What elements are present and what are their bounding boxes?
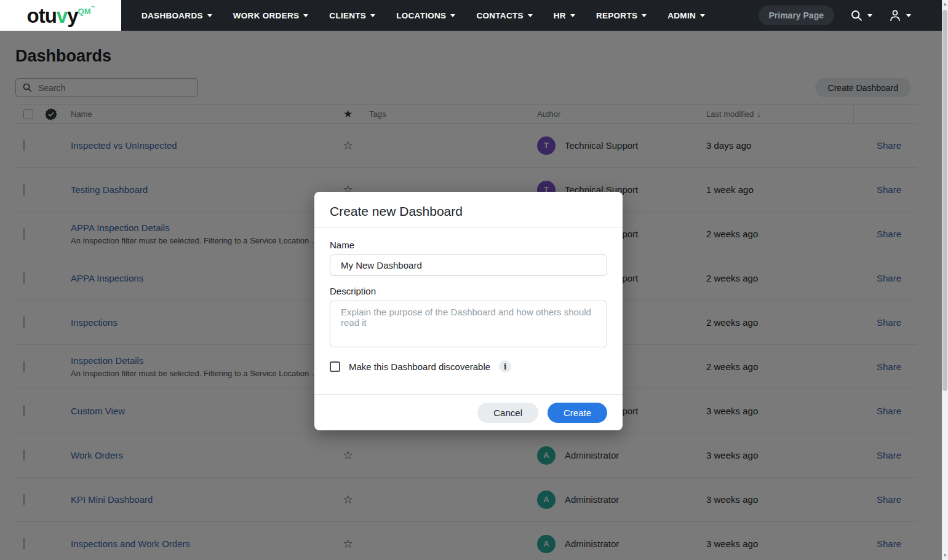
otuvy-logo[interactable]: otuvyQM™ bbox=[0, 0, 121, 31]
discoverable-label: Make this Dashboard discoverable bbox=[349, 361, 490, 372]
chevron-down-icon bbox=[867, 14, 872, 17]
chevron-down-icon bbox=[528, 14, 533, 17]
name-label: Name bbox=[330, 240, 607, 250]
cancel-button[interactable]: Cancel bbox=[477, 403, 538, 423]
scrollbar-up-arrow[interactable]: ▲ bbox=[942, 0, 948, 9]
vertical-scrollbar[interactable]: ▲ ▼ bbox=[942, 0, 948, 560]
chevron-down-icon bbox=[303, 14, 308, 17]
nav-item-clients[interactable]: CLIENTS bbox=[329, 11, 375, 20]
modal-header: Create new Dashboard bbox=[314, 192, 623, 227]
chevron-down-icon bbox=[642, 14, 647, 17]
user-icon bbox=[888, 9, 902, 22]
create-button[interactable]: Create bbox=[548, 403, 607, 423]
description-label: Description bbox=[330, 286, 607, 296]
nav-item-locations[interactable]: LOCATIONS bbox=[396, 11, 455, 20]
otuvy-logo-text: otuvyQM™ bbox=[27, 6, 95, 26]
modal-footer: Cancel Create bbox=[314, 394, 623, 430]
nav-item-hr[interactable]: HR bbox=[554, 11, 575, 20]
nav-item-dashboards[interactable]: DASHBOARDS bbox=[141, 11, 212, 20]
info-icon[interactable]: i bbox=[499, 360, 511, 373]
discoverable-checkbox[interactable] bbox=[330, 361, 340, 372]
nav-item-reports[interactable]: REPORTS bbox=[596, 11, 647, 20]
dashboard-name-input[interactable] bbox=[330, 254, 607, 276]
chevron-down-icon bbox=[370, 14, 375, 17]
chevron-down-icon bbox=[570, 14, 575, 17]
scrollbar-down-arrow[interactable]: ▼ bbox=[942, 551, 948, 560]
top-navigation-bar: otuvyQM™ DASHBOARDSWORK ORDERSCLIENTSLOC… bbox=[0, 0, 948, 31]
nav-item-admin[interactable]: ADMIN bbox=[667, 11, 705, 20]
chevron-down-icon bbox=[207, 14, 212, 17]
primary-page-button[interactable]: Primary Page bbox=[759, 6, 835, 25]
search-menu[interactable] bbox=[850, 9, 872, 22]
search-icon bbox=[850, 9, 863, 22]
nav-item-work-orders[interactable]: WORK ORDERS bbox=[233, 11, 309, 20]
nav-menu: DASHBOARDSWORK ORDERSCLIENTSLOCATIONSCON… bbox=[141, 11, 705, 20]
chevron-down-icon bbox=[450, 14, 455, 17]
chevron-down-icon bbox=[700, 14, 705, 17]
modal-title: Create new Dashboard bbox=[330, 204, 607, 219]
dashboard-description-input[interactable] bbox=[330, 301, 607, 347]
nav-item-contacts[interactable]: CONTACTS bbox=[476, 11, 532, 20]
modal-body: Name Description Make this Dashboard dis… bbox=[314, 227, 623, 394]
chevron-down-icon bbox=[906, 14, 911, 17]
user-menu[interactable] bbox=[888, 9, 911, 22]
create-dashboard-modal: Create new Dashboard Name Description Ma… bbox=[314, 192, 623, 430]
scrollbar-thumb[interactable] bbox=[942, 10, 947, 391]
